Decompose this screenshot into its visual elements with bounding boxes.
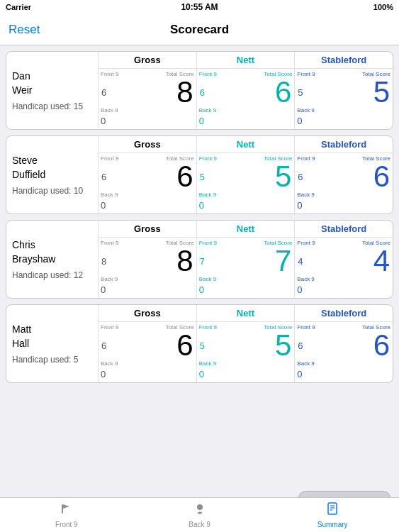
score-section-2: Gross Nett Stableford Front 9 Total Scor…: [99, 221, 393, 298]
stableford-label-2: Stableford: [295, 221, 393, 237]
tab-back-9[interactable]: Back 9: [133, 501, 266, 528]
gross-front-val-2: 8: [101, 256, 106, 267]
stableford-label-3: Stableford: [295, 305, 393, 321]
score-body-2: Front 9 Total Score 8 8 Back 9 0: [99, 238, 393, 298]
gross-front-val-0: 6: [101, 87, 106, 98]
stableford-col-3: Front 9 Total Score 6 6 Back 9 0: [295, 322, 393, 382]
player-info-1: SteveDuffield Handicap used: 10: [6, 136, 99, 214]
nett-back-label-0: Back 9: [199, 107, 293, 113]
nett-big-3: 5: [275, 331, 291, 360]
tab-label-2: Summary: [317, 521, 348, 528]
player-card-2: ChrisBrayshaw Handicap used: 12 Gross Ne…: [6, 220, 393, 299]
nett-front-label-0: Front 9: [199, 71, 264, 77]
stab-big-3: 6: [373, 331, 390, 360]
player-name-1: SteveDuffield: [12, 154, 92, 182]
nett-front-val-1: 5: [200, 172, 205, 182]
stab-back-val-2: 0: [297, 284, 302, 295]
nett-back-label-2: Back 9: [199, 276, 293, 282]
tab-summary[interactable]: Summary: [266, 501, 399, 528]
gross-col-2: Front 9 Total Score 8 8 Back 9 0: [99, 238, 197, 298]
nett-back-val-0: 0: [199, 116, 204, 126]
tab-label-1: Back 9: [189, 521, 210, 528]
gross-back-val-3: 0: [101, 369, 106, 379]
main-content: DanWeir Handicap used: 15 Gross Nett Sta…: [0, 45, 399, 485]
status-bar: Carrier 10:55 AM 100%: [0, 0, 399, 14]
stab-back-label-0: Back 9: [297, 107, 390, 113]
svg-rect-0: [62, 504, 63, 514]
gross-big-0: 8: [176, 77, 193, 107]
score-header-0: Gross Nett Stableford: [99, 52, 393, 69]
tab-icon-0: [60, 501, 74, 519]
nav-bar: Reset Scorecard: [0, 14, 399, 45]
score-body-0: Front 9 Total Score 6 8 Back 9 0: [99, 69, 393, 129]
stab-front-label-3: Front 9: [297, 324, 362, 331]
time-label: 10:55 AM: [181, 2, 218, 12]
tab-label-0: Front 9: [55, 521, 78, 528]
stab-big-0: 5: [373, 77, 390, 107]
gross-col-0: Front 9 Total Score 6 8 Back 9 0: [99, 69, 197, 129]
player-info-2: ChrisBrayshaw Handicap used: 12: [6, 221, 99, 298]
nett-label-1: Nett: [197, 136, 296, 153]
tab-icon-1: [193, 501, 207, 519]
player-handicap-1: Handicap used: 10: [12, 186, 92, 196]
svg-rect-4: [328, 503, 337, 514]
nett-big-2: 7: [275, 246, 291, 276]
tab-icon-2: [325, 501, 339, 519]
score-body-1: Front 9 Total Score 6 6 Back 9 0: [99, 153, 393, 214]
player-name-0: DanWeir: [12, 70, 92, 97]
nett-back-val-1: 0: [199, 200, 204, 211]
nett-col-3: Front 9 Total Score 5 5 Back 9 0: [197, 322, 296, 382]
player-handicap-3: Handicap used: 5: [12, 355, 92, 365]
reset-button[interactable]: Reset: [9, 23, 40, 37]
player-name-3: MattHall: [12, 323, 92, 350]
stab-front-label-1: Front 9: [297, 155, 362, 162]
gross-front-label-0: Front 9: [101, 71, 166, 77]
gross-back-label-0: Back 9: [101, 107, 194, 113]
gross-col-3: Front 9 Total Score 6 6 Back 9 0: [99, 322, 197, 382]
gross-front-label-3: Front 9: [101, 324, 166, 331]
player-card-3: MattHall Handicap used: 5 Gross Nett Sta…: [6, 304, 393, 383]
nett-col-1: Front 9 Total Score 5 5 Back 9 0: [197, 153, 296, 214]
gross-front-val-3: 6: [101, 340, 106, 351]
nett-big-0: 6: [275, 77, 291, 107]
player-handicap-2: Handicap used: 12: [12, 270, 92, 280]
stab-front-label-2: Front 9: [297, 240, 362, 246]
gross-col-1: Front 9 Total Score 6 6 Back 9 0: [99, 153, 197, 214]
nett-back-label-3: Back 9: [199, 360, 293, 367]
stableford-col-0: Front 9 Total Score 5 5 Back 9 0: [295, 69, 393, 129]
svg-point-2: [197, 504, 203, 510]
gross-back-val-1: 0: [101, 200, 106, 211]
stab-front-val-3: 6: [298, 340, 303, 351]
score-header-3: Gross Nett Stableford: [99, 305, 393, 322]
nett-big-1: 5: [275, 162, 291, 192]
stab-back-label-2: Back 9: [297, 276, 390, 282]
carrier-label: Carrier: [6, 3, 31, 11]
battery-label: 100%: [373, 3, 393, 11]
player-handicap-0: Handicap used: 15: [12, 101, 92, 111]
nett-label-2: Nett: [197, 221, 296, 237]
stab-front-val-2: 4: [298, 256, 303, 267]
stab-back-label-1: Back 9: [297, 192, 390, 198]
nett-back-val-3: 0: [199, 369, 204, 379]
gross-label-1: Gross: [99, 136, 197, 153]
player-info-3: MattHall Handicap used: 5: [6, 305, 99, 382]
gross-label-3: Gross: [99, 305, 197, 321]
stableford-col-1: Front 9 Total Score 6 6 Back 9 0: [295, 153, 393, 214]
gross-big-2: 8: [176, 246, 193, 276]
gross-label-0: Gross: [99, 52, 197, 68]
tab-front-9[interactable]: Front 9: [0, 501, 133, 528]
stab-back-label-3: Back 9: [297, 360, 390, 367]
nett-front-label-3: Front 9: [199, 324, 264, 331]
tab-bar: Front 9 Back 9 Summary: [0, 497, 399, 532]
score-header-2: Gross Nett Stableford: [99, 221, 393, 238]
gross-front-val-1: 6: [101, 172, 106, 182]
stab-front-val-1: 6: [298, 172, 303, 182]
stab-back-val-1: 0: [297, 200, 302, 211]
nett-front-val-3: 5: [200, 340, 205, 351]
nett-front-label-2: Front 9: [199, 240, 264, 246]
gross-back-val-2: 0: [101, 284, 106, 295]
nett-label-0: Nett: [197, 52, 296, 68]
stableford-label-0: Stableford: [295, 52, 393, 68]
gross-back-label-3: Back 9: [101, 360, 194, 367]
gross-back-val-0: 0: [101, 116, 106, 126]
